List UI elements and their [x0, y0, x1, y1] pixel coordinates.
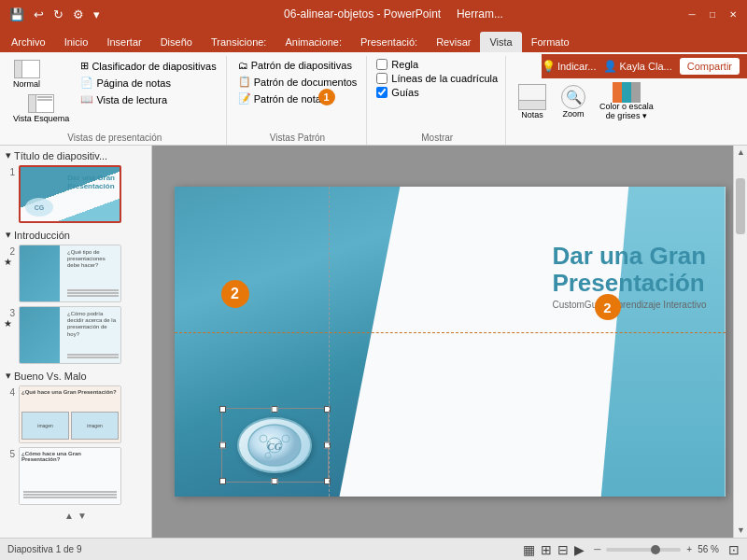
tab-transiciones[interactable]: Transicione:	[202, 32, 276, 52]
window-title: 06-alinear-objetos - PowerPoint Herram..…	[102, 7, 685, 21]
logo-selection-box: CG	[221, 408, 329, 483]
logo-container: CG	[237, 417, 312, 473]
slide-4-thumbnail[interactable]: ¿Qué hace una Gran Presentación? imagen …	[19, 385, 121, 443]
window-controls: ─ □ ✕	[685, 7, 740, 21]
restore-button[interactable]: □	[706, 7, 719, 21]
scroll-up-button[interactable]: ▲	[734, 146, 747, 160]
logo-circle: CG	[237, 417, 312, 473]
slide-2-container[interactable]: 2 ★ ¿Qué tipo de presentaciones debe hac…	[0, 243, 151, 304]
scroll-track	[734, 160, 747, 524]
tab-archivo[interactable]: Archivo	[2, 32, 55, 52]
pattern-views-group: 🗂 Patrón de diapositivas 📋 Patrón de doc…	[229, 56, 368, 145]
notes-pattern-button[interactable]: 📝 Patrón de notas 1	[234, 91, 361, 106]
slide-panel: ▾ Título de diapositiv... 1 Dar una Gran…	[0, 146, 152, 538]
slide-3-thumbnail[interactable]: ¿Cómo podría decidir acerca de la presen…	[19, 306, 121, 364]
notes-label: Notas	[521, 110, 543, 119]
slide-2-num: 2	[4, 245, 15, 257]
slide-title-line2: Presentación	[552, 270, 706, 297]
view-reading-icon[interactable]: ⊟	[557, 542, 569, 557]
show-content: Regla Líneas de la cuadrícula Guías	[374, 58, 500, 131]
notes-button[interactable]: Notas	[514, 82, 551, 121]
view-normal-icon[interactable]: ▦	[523, 542, 535, 557]
tab-inicio[interactable]: Inicio	[55, 32, 98, 52]
slide-pattern-button[interactable]: 🗂 Patrón de diapositivas	[234, 58, 361, 73]
slide-3-container[interactable]: 3 ★ ¿Cómo podría decidir acerca de la pr…	[0, 304, 151, 366]
title-bar: 💾 ↩ ↻ ⚙ ▾ 06-alinear-objetos - PowerPoin…	[0, 0, 747, 28]
status-bar: Diapositiva 1 de 9 ▦ ⊞ ⊟ ▶ ─ + 56 % ⊡	[0, 538, 747, 560]
slide-canvas-area: 2 Dar una Gran Presentación CustomGuide …	[152, 146, 747, 538]
dropdown-icon[interactable]: ▾	[92, 6, 102, 23]
panel-scroll-up[interactable]: ▲	[64, 511, 74, 521]
slide-5-num: 5	[4, 447, 15, 459]
presentation-views-group: Normal Vista Esquema	[4, 56, 227, 145]
handle-bl[interactable]	[219, 478, 226, 484]
save-icon[interactable]: 💾	[7, 6, 26, 23]
slide-sorter-button[interactable]: ⊞ Clasificador de diapositivas	[77, 58, 219, 74]
zoom-level: 56 %	[698, 544, 719, 554]
grid-lines-check[interactable]	[376, 73, 388, 84]
ruler-check[interactable]	[376, 59, 388, 70]
schema-view-button[interactable]: Vista Esquema	[9, 92, 73, 125]
handle-tm[interactable]	[272, 406, 278, 413]
tab-presentacion[interactable]: Presentació:	[351, 32, 427, 52]
tab-revisar[interactable]: Revisar	[427, 32, 480, 52]
schema-label: Vista Esquema	[13, 114, 69, 123]
minimize-button[interactable]: ─	[685, 7, 698, 21]
fit-page-icon[interactable]: ⊡	[728, 542, 740, 557]
undo-icon[interactable]: ↩	[32, 6, 46, 23]
slide-4-container[interactable]: 4 ¿Qué hace una Gran Presentación? image…	[0, 384, 151, 445]
scroll-thumb[interactable]	[736, 178, 745, 234]
handle-bm[interactable]	[272, 478, 278, 484]
pattern-buttons-col: 🗂 Patrón de diapositivas 📋 Patrón de doc…	[234, 58, 361, 106]
handle-tl[interactable]	[219, 406, 226, 413]
show-group: Regla Líneas de la cuadrícula Guías Most…	[369, 56, 506, 145]
doc-pattern-button[interactable]: 📋 Patrón de documentos	[234, 74, 361, 90]
slide-2-thumbnail[interactable]: ¿Qué tipo de presentaciones debe hacer?	[19, 245, 121, 302]
tab-insertar[interactable]: Insertar	[97, 32, 150, 52]
customize-icon[interactable]: ⚙	[71, 6, 86, 23]
panel-scroll-down[interactable]: ▼	[78, 511, 87, 521]
guides-check[interactable]	[376, 87, 388, 98]
main-area: ▾ Título de diapositiv... 1 Dar una Gran…	[0, 146, 747, 538]
close-button[interactable]: ✕	[726, 7, 740, 21]
color-scale-button[interactable]: Color o escalade grises ▾	[596, 80, 657, 123]
slide-5-thumbnail[interactable]: ¿Cómo hace una Gran Presentación?	[19, 447, 121, 505]
slide-title: Dar una Gran Presentación CustomGuide Ap…	[552, 243, 706, 310]
slide-1-container[interactable]: 1 Dar una GranPresentación CG	[0, 163, 151, 225]
pattern-views-content: 🗂 Patrón de diapositivas 📋 Patrón de doc…	[234, 58, 361, 131]
tab-diseno[interactable]: Diseño	[151, 32, 202, 52]
quick-access-toolbar: 💾 ↩ ↻ ⚙ ▾	[7, 6, 102, 23]
view-buttons-col: ⊞ Clasificador de diapositivas 📄 Página …	[77, 58, 219, 107]
zoom-slider[interactable]	[606, 548, 681, 552]
status-right: ▦ ⊞ ⊟ ▶ ─ + 56 % ⊡	[523, 542, 740, 557]
checkboxes-col: Regla Líneas de la cuadrícula Guías	[374, 58, 500, 99]
scroll-down-button[interactable]: ▼	[734, 524, 747, 538]
svg-text:CG: CG	[267, 441, 281, 452]
handle-ml[interactable]	[219, 442, 226, 449]
tab-animaciones[interactable]: Animacione:	[275, 32, 351, 52]
grid-lines-checkbox[interactable]: Líneas de la cuadrícula	[374, 72, 500, 85]
indicator-label: 💡 Indicar...	[542, 60, 597, 73]
user-area: 💡 Indicar... 👤 Kayla Cla... Compartir	[542, 54, 747, 78]
tab-vista[interactable]: Vista	[480, 32, 521, 52]
slide-3-num: 3	[4, 306, 15, 318]
slide-3-star: ★	[4, 318, 15, 329]
guide-horizontal	[175, 332, 726, 333]
view-sorter-icon[interactable]: ⊞	[541, 542, 552, 557]
vertical-scrollbar: ▲ ▼	[733, 146, 747, 538]
tab-formato[interactable]: Formato	[522, 32, 579, 52]
view-presenter-icon[interactable]: ▶	[574, 542, 585, 557]
zoom-thumb[interactable]	[651, 545, 660, 554]
guides-checkbox[interactable]: Guías	[374, 86, 500, 99]
slide-5-container[interactable]: 5 ¿Cómo hace una Gran Presentación?	[0, 445, 151, 507]
redo-icon[interactable]: ↻	[51, 6, 65, 23]
notes-page-button[interactable]: 📄 Página de notas	[77, 75, 219, 91]
ruler-checkbox[interactable]: Regla	[374, 58, 500, 71]
normal-view-button[interactable]: Normal	[9, 58, 73, 91]
reading-view-button[interactable]: 📖 Vista de lectura	[77, 91, 219, 107]
slide-1-thumbnail[interactable]: Dar una GranPresentación CG	[19, 165, 121, 223]
slide-info: Diapositiva 1 de 9	[7, 544, 82, 554]
zoom-button[interactable]: 🔍 Zoom	[555, 83, 592, 120]
share-button[interactable]: Compartir	[680, 58, 740, 75]
slide-1-num: 1	[4, 165, 15, 177]
